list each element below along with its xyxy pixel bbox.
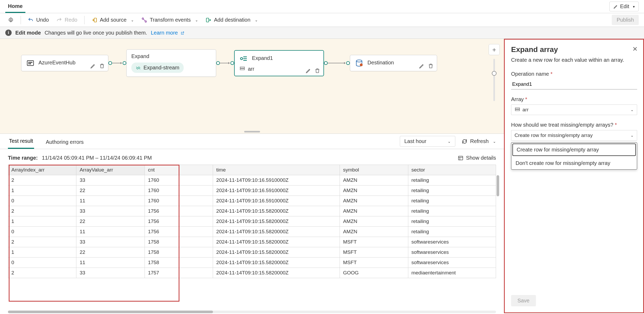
node-destination-title: Destination	[368, 60, 394, 65]
table-cell: 1760	[145, 196, 213, 206]
dropdown-option-create-row[interactable]: Create row for missing/empty array	[512, 144, 636, 156]
input-port[interactable]	[123, 61, 126, 65]
svg-point-8	[31, 62, 32, 63]
column-header[interactable]: sector	[408, 165, 496, 175]
trash-icon[interactable]	[99, 63, 105, 69]
undo-icon	[28, 17, 34, 23]
external-link-icon	[180, 31, 184, 35]
transform-label: Transform events	[150, 17, 191, 23]
tab-home[interactable]: Home	[5, 0, 25, 13]
table-cell: 2024-11-14T09:10:15.5820000Z	[213, 268, 340, 278]
table-row[interactable]: 23317572024-11-14T09:10:15.5820000ZGOOGm…	[8, 268, 496, 278]
pencil-icon[interactable]	[419, 63, 425, 69]
zoom-in-button[interactable]: ＋	[489, 44, 500, 55]
table-cell: AMZN	[340, 175, 408, 185]
table-row[interactable]: 01117602024-11-14T09:10:16.5910000ZAMZNr…	[8, 196, 496, 206]
results-table: ArrayIndex_arrArrayValue_arrcnttimesymbo…	[8, 165, 496, 278]
table-row[interactable]: 01117582024-11-14T09:10:15.5820000ZMSFTs…	[8, 258, 496, 268]
learn-more-label: Learn more	[151, 30, 178, 36]
eventhub-icon	[26, 59, 35, 67]
table-cell: 22	[76, 247, 145, 258]
edit-button[interactable]: Edit ▾	[609, 2, 639, 11]
trash-icon[interactable]	[428, 63, 434, 69]
table-cell: 2024-11-14T09:10:16.5910000Z	[213, 196, 340, 206]
table-row[interactable]: 23317602024-11-14T09:10:16.5910000ZAMZNr…	[8, 175, 496, 185]
trash-icon[interactable]	[314, 68, 320, 74]
input-port[interactable]	[230, 61, 234, 65]
node-destination[interactable]: Destination	[350, 55, 437, 71]
output-port[interactable]	[216, 61, 220, 65]
table-cell: retailing	[408, 196, 496, 206]
table-cell: retailing	[408, 227, 496, 237]
operation-name-input[interactable]	[511, 79, 637, 89]
learn-more-link[interactable]: Learn more	[151, 30, 184, 36]
refresh-button[interactable]: Refresh ⌄	[462, 138, 496, 144]
expand-stream-pill[interactable]: Expand-stream	[131, 63, 184, 73]
resize-handle[interactable]	[244, 131, 260, 132]
table-row[interactable]: 01117562024-11-14T09:10:15.5820000ZAMZNr…	[8, 227, 496, 237]
undo-button[interactable]: Undo	[25, 15, 52, 25]
column-header[interactable]: ArrayIndex_arr	[8, 165, 76, 175]
node-expand1-title: Expand1	[252, 55, 273, 61]
table-row[interactable]: 12217562024-11-14T09:10:15.5820000ZAMZNr…	[8, 216, 496, 227]
missing-arrays-label: How should we treat missing/empty arrays…	[511, 122, 637, 128]
missing-arrays-select[interactable]: Create row for missing/empty array ⌄	[511, 130, 637, 141]
stream-icon	[136, 65, 141, 70]
add-destination-button[interactable]: Add destination ⌄	[203, 15, 261, 25]
table-row[interactable]: 12217582024-11-14T09:10:15.5820000ZMSFTs…	[8, 247, 496, 258]
add-source-button[interactable]: Add source ⌄	[89, 15, 137, 25]
redo-label: Redo	[65, 17, 77, 23]
table-cell: 1760	[145, 175, 213, 185]
expand-icon	[239, 54, 248, 63]
show-details-button[interactable]: Show details	[458, 155, 496, 161]
table-row[interactable]: 23317582024-11-14T09:10:15.5820000ZMSFTs…	[8, 237, 496, 247]
properties-panel: ✕ Expand array Create a new row for each…	[504, 39, 644, 313]
operation-name-label: Operation name	[511, 71, 637, 77]
column-header[interactable]: cnt	[145, 165, 213, 175]
chevron-down-icon: ⌄	[631, 133, 634, 137]
pencil-icon[interactable]	[90, 63, 96, 69]
table-row[interactable]: 23317562024-11-14T09:10:15.5820000ZAMZNr…	[8, 206, 496, 216]
array-label: Array	[511, 96, 637, 102]
array-select[interactable]: arr ⌄	[511, 104, 637, 115]
table-row[interactable]: 12217602024-11-14T09:10:16.5910000ZAMZNr…	[8, 185, 496, 196]
table-cell: 1758	[145, 237, 213, 247]
time-range-value: Last hour	[404, 138, 426, 144]
show-details-label: Show details	[466, 155, 496, 161]
node-expand-title: Expand	[131, 53, 149, 59]
tab-test-result[interactable]: Test result	[8, 134, 34, 149]
add-source-label: Add source	[100, 17, 127, 23]
table-cell: 11	[76, 227, 145, 237]
vertical-scrollbar[interactable]	[497, 175, 499, 196]
redo-button: Redo	[54, 15, 80, 25]
table-cell: 2024-11-14T09:10:15.5820000Z	[213, 206, 340, 216]
slider-thumb[interactable]	[492, 71, 497, 76]
publish-button: Publish	[612, 15, 639, 25]
dropdown-option-dont-create-row[interactable]: Don't create row for missing/empty array	[511, 157, 637, 169]
transform-button[interactable]: Transform events ⌄	[139, 15, 201, 25]
output-port[interactable]	[324, 61, 328, 65]
table-cell: retailing	[408, 185, 496, 196]
horizontal-scrollbar[interactable]	[8, 311, 496, 313]
pencil-icon[interactable]	[305, 68, 311, 74]
refresh-icon	[462, 139, 467, 144]
scrollbar-thumb[interactable]	[8, 311, 213, 313]
column-header[interactable]: ArrayValue_arr	[76, 165, 145, 175]
chevron-down-icon: ⌄	[131, 18, 134, 22]
column-header[interactable]: symbol	[340, 165, 408, 175]
node-source[interactable]: AzureEventHub	[21, 55, 108, 71]
pipeline-canvas[interactable]: AzureEventHub Expand Expand-stream	[0, 39, 504, 134]
tab-authoring-errors[interactable]: Authoring errors	[45, 135, 85, 149]
output-port[interactable]	[108, 61, 112, 65]
close-panel-button[interactable]: ✕	[632, 45, 638, 53]
table-cell: 2024-11-14T09:10:15.5820000Z	[213, 237, 340, 247]
chevron-down-icon: ⌄	[448, 139, 451, 144]
table-cell: 11	[76, 258, 145, 268]
input-port[interactable]	[346, 61, 350, 65]
column-header[interactable]: time	[213, 165, 340, 175]
settings-button[interactable]	[5, 16, 16, 25]
zoom-slider[interactable]	[493, 59, 495, 101]
time-range-select[interactable]: Last hour ⌄	[400, 136, 455, 147]
node-expand[interactable]: Expand Expand-stream	[126, 49, 216, 77]
node-expand1[interactable]: Expand1 arr	[234, 50, 324, 76]
